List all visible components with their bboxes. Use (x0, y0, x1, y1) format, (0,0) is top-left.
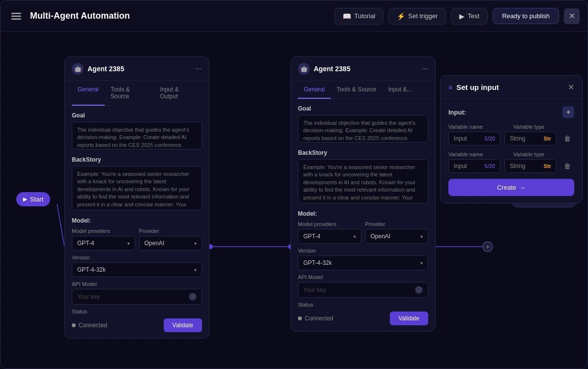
agent-2-version-chevron: ▾ (420, 260, 423, 266)
panel-title-wrap: ≡ Set up input (448, 83, 499, 91)
create-label: Create (497, 184, 516, 191)
agent-2-goal-label: Goal (298, 105, 428, 112)
tutorial-icon: 📖 (343, 12, 351, 20)
agent-1-status-label: Status (72, 309, 202, 314)
agent-2-status-left: Connected (298, 315, 333, 322)
agent-2-backstory-textarea[interactable] (298, 159, 428, 203)
agent-1-version-select[interactable]: GPT-4-32k ▾ (72, 262, 202, 277)
set-trigger-button[interactable]: ⚡ Set trigger (388, 8, 446, 25)
agent-1-backstory-textarea[interactable] (72, 166, 202, 210)
agent-1-goal-textarea[interactable] (72, 122, 202, 149)
agent-2-api-placeholder: Your key (303, 286, 326, 293)
var-name-value-2: Input (454, 163, 467, 170)
agent-2-model-providers-label: Model providers (298, 221, 361, 227)
var-type-select-2[interactable]: String Str (504, 159, 557, 173)
agent-1-status-dot (72, 323, 76, 327)
svg-rect-1 (11, 15, 21, 17)
agent-2-model-providers-select[interactable]: GPT-4 ▾ (298, 229, 361, 244)
topbar-right: 📖 Tutorial ⚡ Set trigger ▶ Test Ready to… (334, 8, 580, 25)
app-container: Multi-Agent Automation 📖 Tutorial ⚡ Set … (0, 0, 588, 369)
agent-2-version-label: Version (298, 248, 428, 254)
agent-2-status-row: Connected Validate (298, 312, 428, 325)
agent-2-model-label: Model: (298, 210, 428, 217)
agent-1-goal-label: Goal (72, 112, 202, 119)
agent-1-api-input[interactable]: Your key ⓘ (72, 289, 202, 305)
test-button[interactable]: ▶ Test (451, 8, 488, 25)
panel-title-icon: ≡ (448, 84, 452, 91)
agent-1-backstory-label: BackStory (72, 156, 202, 163)
agent-card-1: 🤖 Agent 2385 ··· General Tools & Source … (64, 57, 209, 339)
agent-2-provider-col: Provider OpenAI ▾ (365, 221, 429, 244)
agent-2-api-input[interactable]: Your key ⓘ (298, 282, 428, 298)
agent-2-more-icon[interactable]: ··· (422, 64, 428, 73)
agent-1-info-icon[interactable]: ⓘ (189, 293, 197, 301)
agent-2-validate-button[interactable]: Validate (390, 312, 428, 325)
tutorial-button[interactable]: 📖 Tutorial (334, 8, 383, 25)
agent-1-validate-button[interactable]: Validate (164, 318, 202, 332)
delete-var-2[interactable]: 🗑 (560, 159, 574, 173)
agent-1-status-left: Connected (72, 322, 107, 329)
add-connection-dot[interactable]: + (482, 241, 493, 252)
agent-1-body: Goal BackStory Model: Model providers GP… (65, 106, 209, 338)
agent-2-tabs: General Tools & Source Input &... (291, 81, 435, 99)
agent-1-model-providers-value: GPT-4 (77, 240, 94, 247)
var-name-input-1[interactable]: Input 5/20 (448, 132, 500, 145)
panel-body: Input: + Variable name Variable type Inp… (441, 99, 582, 203)
agent-2-provider-select[interactable]: OpenAI ▾ (365, 229, 429, 244)
var-type-label-1: Variable type (513, 124, 574, 130)
agent-2-version-select[interactable]: GPT-4-32k ▾ (298, 255, 428, 270)
agent-2-title: Agent 2385 (314, 65, 351, 73)
agent-1-version-value: GPT-4-32k (77, 266, 106, 273)
var-type-select-1[interactable]: String Str (504, 132, 557, 145)
tab-agent2-io[interactable]: Input &... (382, 81, 417, 99)
agent-1-model-providers-select[interactable]: GPT-4 ▾ (72, 236, 135, 251)
var-name-label-1: Variable name (448, 124, 509, 130)
create-button[interactable]: Create → (448, 179, 574, 196)
add-variable-button[interactable]: + (562, 106, 574, 118)
agent-2-backstory-label: BackStory (298, 149, 428, 156)
agent-2-info-icon[interactable]: ⓘ (415, 286, 423, 294)
svg-line-3 (57, 204, 64, 247)
start-node[interactable]: ▶ Start (16, 192, 50, 206)
agent-card-2-title-wrap: 🤖 Agent 2385 (298, 63, 351, 75)
var-name-value-1: Input (454, 135, 467, 142)
agent-1-more-icon[interactable]: ··· (196, 64, 202, 73)
test-label: Test (468, 12, 479, 20)
agent-2-model-providers-col: Model providers GPT-4 ▾ (298, 221, 361, 244)
topbar: Multi-Agent Automation 📖 Tutorial ⚡ Set … (0, 0, 588, 32)
tab-agent1-general[interactable]: General (72, 81, 105, 106)
test-play-icon: ▶ (459, 12, 465, 20)
agent-1-provider-select[interactable]: OpenAI ▾ (139, 236, 203, 251)
var-type-value-1: String (510, 135, 542, 142)
agent-2-model-providers-value: GPT-4 (303, 233, 321, 240)
set-trigger-label: Set trigger (408, 12, 438, 20)
agent-2-provider-label: Provider (365, 221, 429, 227)
agent-2-model-row: Model providers GPT-4 ▾ Provider OpenAI … (298, 221, 428, 244)
input-section-label: Input: + (448, 106, 574, 118)
publish-button[interactable]: Ready to publish (493, 8, 559, 24)
close-button[interactable]: ✕ (564, 8, 580, 24)
setup-input-panel: ≡ Set up input ✕ Input: + Variable name … (440, 75, 583, 203)
menu-icon[interactable] (8, 8, 24, 24)
agent-card-2: 🤖 Agent 2385 ··· General Tools & Source … (291, 57, 436, 332)
panel-close-icon[interactable]: ✕ (568, 83, 574, 92)
var-name-input-2[interactable]: Input 5/20 (448, 159, 500, 173)
canvas: ▶ Start + ⚙ Setup Outputs 🤖 Agent 2385 ·… (0, 32, 588, 369)
tab-agent1-io[interactable]: Input & Output (154, 81, 202, 106)
delete-var-1[interactable]: 🗑 (560, 132, 574, 145)
tab-agent1-tools[interactable]: Tools & Source (105, 81, 154, 106)
agent-1-model-section: Model: Model providers GPT-4 ▾ Provider (72, 217, 202, 332)
svg-rect-0 (11, 13, 21, 14)
input-label-text: Input: (448, 109, 466, 116)
variable-row-1: Variable name Variable type Input 5/20 S… (448, 124, 574, 145)
tab-agent2-general[interactable]: General (298, 81, 331, 99)
agent-2-body: Goal BackStory Model: Model providers GP… (291, 99, 435, 331)
app-title: Multi-Agent Automation (30, 11, 130, 21)
agent-2-goal-textarea[interactable] (298, 115, 428, 142)
agent-1-api-placeholder: Your key (77, 293, 100, 300)
agent-2-status-text: Connected (305, 315, 333, 322)
tab-agent2-tools[interactable]: Tools & Source (331, 81, 382, 99)
agent-1-version-label: Version (72, 255, 202, 260)
topbar-left: Multi-Agent Automation (8, 8, 328, 24)
var-inputs-1: Input 5/20 String Str 🗑 (448, 132, 574, 145)
